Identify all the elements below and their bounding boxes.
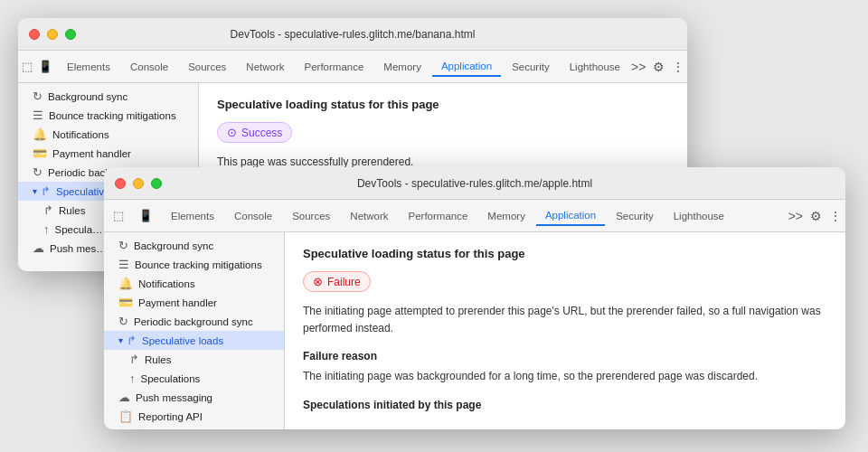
- sidebar-label: Bounce tracking mitigations: [49, 110, 176, 121]
- tab-lighthouse-2[interactable]: Lighthouse: [665, 207, 733, 225]
- background-sync-icon-2: ↻: [118, 239, 128, 252]
- push-messaging-icon-2: ☁: [118, 391, 130, 404]
- more-tabs-icon-2[interactable]: >>: [788, 209, 803, 223]
- window-title-banana: DevTools - speculative-rules.glitch.me/b…: [231, 28, 476, 41]
- sidebar-notifications-2[interactable]: 🔔 Notifications: [104, 274, 284, 293]
- failure-icon: ⊗: [313, 275, 323, 288]
- tab-security-1[interactable]: Security: [503, 58, 559, 76]
- sidebar-label: Payment handler: [52, 148, 131, 159]
- rules-icon-2: ↱: [129, 353, 139, 366]
- mobile-icon[interactable]: 📱: [38, 56, 52, 78]
- minimize-btn-banana[interactable]: [47, 29, 58, 40]
- tab-security-2[interactable]: Security: [607, 207, 663, 225]
- success-badge: ⊙ Success: [217, 122, 292, 143]
- minimize-btn-apple[interactable]: [133, 178, 144, 189]
- periodic-bg-sync-icon: ↻: [33, 165, 42, 179]
- inspect-icon-2[interactable]: ⬚: [108, 205, 129, 227]
- settings-icon[interactable]: ⚙: [653, 60, 665, 74]
- close-btn-apple[interactable]: [115, 178, 126, 189]
- notifications-icon: 🔔: [33, 127, 47, 141]
- sidebar-push-messaging-2[interactable]: ☁ Push messaging: [104, 388, 284, 407]
- mobile-icon-2[interactable]: 📱: [135, 205, 156, 227]
- tab-lighthouse-1[interactable]: Lighthouse: [561, 58, 629, 76]
- tab-memory-1[interactable]: Memory: [374, 58, 430, 76]
- maximize-btn-banana[interactable]: [65, 29, 76, 40]
- sidebar-label: Push mes…: [50, 243, 107, 254]
- tab-application-1[interactable]: Application: [432, 57, 501, 77]
- failure-reason-text: The initiating page was backgrounded for…: [303, 368, 827, 385]
- badge-label: Success: [241, 127, 282, 139]
- sidebar-label: Background sync: [48, 91, 127, 102]
- tab-sources-2[interactable]: Sources: [283, 207, 339, 225]
- sidebar-label: Specula…: [55, 224, 103, 235]
- tab-performance-1[interactable]: Performance: [296, 58, 373, 76]
- sidebar-speculative-loads-2[interactable]: ▾ ↱ Speculative loads: [104, 331, 284, 350]
- sidebar-label: Notifications: [52, 129, 109, 140]
- tab-performance-2[interactable]: Performance: [400, 207, 477, 225]
- failure-description: The initiating page attempted to prerend…: [303, 303, 827, 337]
- maximize-btn-apple[interactable]: [151, 178, 162, 189]
- inspect-icon[interactable]: ⬚: [22, 56, 33, 78]
- sidebar-label: Periodic background sync: [134, 316, 253, 327]
- tab-elements-2[interactable]: Elements: [162, 207, 223, 225]
- kebab-icon[interactable]: ⋮: [672, 60, 684, 74]
- titlebar-apple: DevTools - speculative-rules.glitch.me/a…: [104, 167, 845, 200]
- sidebar-background-sync-2[interactable]: ↻ Background sync: [104, 236, 284, 255]
- failure-reason-heading: Failure reason: [303, 350, 827, 363]
- rules-icon: ↱: [43, 203, 53, 217]
- speculative-loads-icon: ↱: [41, 184, 51, 198]
- sidebar-periodic-bg-sync-2[interactable]: ↻ Periodic background sync: [104, 312, 284, 331]
- sidebar-bounce-tracking-1[interactable]: ☰ Bounce tracking mitigations: [18, 106, 198, 125]
- sidebar-label: Rules: [59, 205, 85, 216]
- sidebar-notifications-1[interactable]: 🔔 Notifications: [18, 125, 198, 144]
- tabbar-apple: ⬚ 📱 Elements Console Sources Network Per…: [104, 200, 845, 232]
- close-btn-banana[interactable]: [29, 29, 40, 40]
- speculations-icon: ↑: [43, 222, 50, 236]
- window-controls-apple: [115, 178, 162, 189]
- periodic-bg-sync-icon-2: ↻: [118, 315, 128, 328]
- sidebar-apple: ↻ Background sync ☰ Bounce tracking miti…: [104, 232, 285, 429]
- sidebar-reporting-api-2[interactable]: 📋 Reporting API: [104, 407, 284, 426]
- sidebar-label: Reporting API: [138, 411, 203, 422]
- failure-badge: ⊗ Failure: [303, 271, 371, 292]
- tab-application-2[interactable]: Application: [536, 206, 605, 226]
- tabbar-right-1: >> ⚙ ⋮: [631, 60, 684, 74]
- sidebar-label: Background sync: [134, 240, 213, 251]
- sidebar-label: Notifications: [138, 278, 195, 289]
- content-heading-1: Speculative loading status for this page: [217, 98, 669, 111]
- tab-console-1[interactable]: Console: [121, 58, 177, 76]
- main-area-apple: ↻ Background sync ☰ Bounce tracking miti…: [104, 232, 845, 429]
- speculations-icon-2: ↑: [129, 372, 136, 385]
- settings-icon-2[interactable]: ⚙: [810, 209, 822, 223]
- bounce-tracking-icon-2: ☰: [118, 258, 129, 271]
- sidebar-payment-handler-2[interactable]: 💳 Payment handler: [104, 293, 284, 312]
- expand-arrow-icon-2: ▾: [118, 335, 123, 345]
- badge-label-2: Failure: [327, 276, 361, 288]
- tab-memory-2[interactable]: Memory: [478, 207, 534, 225]
- speculative-loads-icon-2: ↱: [127, 334, 137, 347]
- tabbar-right-2: >> ⚙ ⋮: [788, 209, 842, 223]
- sidebar-speculations-2[interactable]: ↑ Speculations: [104, 369, 284, 388]
- tab-network-1[interactable]: Network: [237, 58, 293, 76]
- tab-network-2[interactable]: Network: [341, 207, 397, 225]
- kebab-icon-2[interactable]: ⋮: [829, 209, 842, 223]
- more-tabs-icon[interactable]: >>: [631, 60, 646, 74]
- reporting-api-icon-2: 📋: [118, 410, 133, 423]
- sidebar-rules-2[interactable]: ↱ Rules: [104, 350, 284, 369]
- sidebar-label: Rules: [145, 354, 171, 365]
- content-heading-2: Speculative loading status for this page: [303, 247, 827, 260]
- tab-console-2[interactable]: Console: [225, 207, 281, 225]
- success-icon: ⊙: [227, 126, 237, 139]
- tab-elements-1[interactable]: Elements: [58, 58, 119, 76]
- sidebar-label: Bounce tracking mitigations: [135, 259, 262, 270]
- tab-sources-1[interactable]: Sources: [179, 58, 235, 76]
- sidebar-background-sync-1[interactable]: ↻ Background sync: [18, 87, 198, 106]
- sidebar-label: Speculative loads: [142, 335, 223, 346]
- sidebar-label: Speculations: [141, 373, 201, 384]
- background-sync-icon: ↻: [33, 89, 42, 103]
- content-apple: Speculative loading status for this page…: [285, 232, 845, 429]
- sidebar-payment-handler-1[interactable]: 💳 Payment handler: [18, 144, 198, 163]
- sidebar-label: Payment handler: [138, 297, 217, 308]
- sidebar-bounce-tracking-2[interactable]: ☰ Bounce tracking mitigations: [104, 255, 284, 274]
- payment-handler-icon: 💳: [33, 146, 47, 160]
